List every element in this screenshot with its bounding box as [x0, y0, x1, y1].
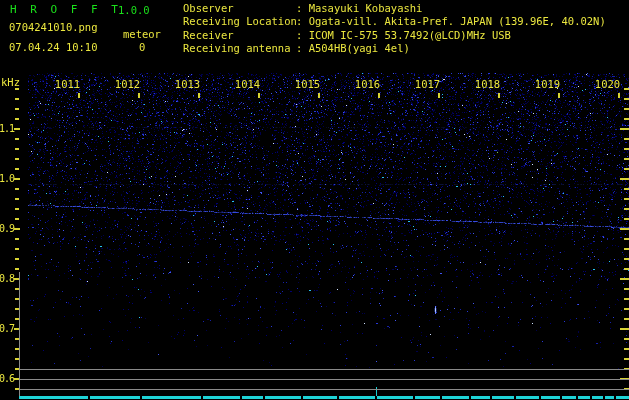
info-row-value: : Masayuki Kobayashi: [296, 2, 422, 14]
freq-minor-tick-right: [624, 88, 629, 90]
ref-line-upper: [20, 369, 629, 370]
freq-minor-tick-right: [624, 308, 629, 310]
activity-bar-segment: [516, 396, 539, 399]
activity-bar-segment: [19, 396, 88, 399]
freq-minor-tick-right: [624, 338, 629, 340]
freq-minor-tick-left: [15, 88, 19, 90]
freq-minor-tick-right: [624, 218, 629, 220]
freq-minor-tick-right: [624, 288, 629, 290]
ref-line-lower: [20, 389, 629, 390]
app-title: H R O F F T: [10, 3, 121, 16]
time-label: 1019: [533, 79, 563, 90]
freq-minor-tick-left: [15, 238, 19, 240]
freq-minor-tick-right: [624, 268, 629, 270]
freq-label: 1.1: [0, 124, 14, 134]
activity-bar-segment: [592, 396, 603, 399]
minute-tick: [378, 93, 380, 98]
hrofft-window: H R O F F T 1.0.0 0704241010.png meteor …: [0, 0, 629, 400]
minute-tick: [558, 93, 560, 98]
mode-label: meteor: [123, 28, 161, 40]
freq-minor-tick-left: [15, 148, 19, 150]
freq-major-tick-right: [620, 128, 629, 130]
freq-major-tick-right: [620, 328, 629, 330]
freq-minor-tick-right: [624, 208, 629, 210]
meteor-count: 0: [139, 41, 145, 53]
activity-bar-segment: [303, 396, 337, 399]
activity-bar-segment: [471, 396, 490, 399]
activity-bar-segment: [377, 396, 413, 399]
datetime-label: 07.04.24 10:10: [9, 41, 98, 53]
activity-bar-segment: [616, 396, 629, 399]
observer-info-block: Observer: Masayuki KobayashiReceiving Lo…: [183, 2, 629, 58]
freq-minor-tick-right: [624, 138, 629, 140]
freq-minor-tick-right: [624, 148, 629, 150]
activity-bar-segment: [442, 396, 469, 399]
freq-minor-tick-left: [15, 268, 19, 270]
freq-major-tick-right: [620, 278, 629, 280]
freq-minor-tick-left: [15, 188, 19, 190]
info-row-value: : A504HB(yagi 4el): [296, 42, 410, 54]
activity-bar-segment: [242, 396, 263, 399]
freq-minor-tick-right: [624, 318, 629, 320]
freq-minor-tick-left: [15, 108, 19, 110]
freq-label: 0.6: [0, 374, 14, 384]
freq-label: 0.9: [0, 224, 14, 234]
freq-major-tick-left: [14, 228, 20, 230]
info-row-label: Receiving antenna: [183, 42, 296, 54]
freq-minor-tick-right: [624, 98, 629, 100]
freq-minor-tick-left: [15, 258, 19, 260]
freq-major-tick-right: [620, 228, 629, 230]
info-row-value: : Ogata-vill. Akita-Pref. JAPAN (139.96E…: [296, 15, 606, 27]
info-row: Receiving antenna: A504HB(yagi 4el): [183, 42, 410, 54]
freq-major-tick-left: [14, 178, 20, 180]
info-row-label: Observer: [183, 2, 296, 14]
freq-minor-tick-right: [624, 238, 629, 240]
output-filename: 0704241010.png: [9, 21, 98, 33]
activity-bar-segment: [541, 396, 560, 399]
time-label: 1016: [353, 79, 383, 90]
time-label: 1012: [113, 79, 143, 90]
freq-major-tick-left: [14, 128, 20, 130]
ref-line-middle: [20, 379, 629, 380]
freq-minor-tick-right: [624, 198, 629, 200]
info-row: Receiver: ICOM IC-575 53.7492(@LCD)MHz U…: [183, 29, 511, 41]
freq-minor-tick-right: [624, 118, 629, 120]
minute-tick: [618, 93, 620, 98]
freq-minor-tick-left: [15, 248, 19, 250]
freq-minor-tick-left: [15, 138, 19, 140]
freq-label: 0.8: [0, 274, 14, 284]
freq-minor-tick-left: [15, 208, 19, 210]
freq-minor-tick-right: [624, 348, 629, 350]
activity-bar-segment: [605, 396, 614, 399]
activity-bar-segment: [492, 396, 514, 399]
freq-minor-tick-left: [15, 218, 19, 220]
info-row: Observer: Masayuki Kobayashi: [183, 2, 422, 14]
info-row: Receiving Location: Ogata-vill. Akita-Pr…: [183, 15, 606, 27]
freq-major-tick-right: [620, 178, 629, 180]
info-row-value: : ICOM IC-575 53.7492(@LCD)MHz USB: [296, 29, 511, 41]
activity-bar-segment: [142, 396, 201, 399]
freq-minor-tick-left: [15, 168, 19, 170]
freq-minor-tick-right: [624, 168, 629, 170]
info-row-label: Receiving Location: [183, 15, 296, 27]
freq-minor-tick-right: [624, 248, 629, 250]
time-label: 1020: [593, 79, 623, 90]
time-label: 1017: [413, 79, 443, 90]
activity-bar-segment: [562, 396, 576, 399]
freq-minor-tick-right: [624, 298, 629, 300]
freq-minor-tick-left: [15, 98, 19, 100]
minute-tick: [198, 93, 200, 98]
minute-tick: [78, 93, 80, 98]
activity-bar: [0, 396, 629, 399]
freq-minor-tick-right: [624, 188, 629, 190]
minute-tick: [318, 93, 320, 98]
activity-bar-segment: [203, 396, 240, 399]
freq-minor-tick-right: [624, 158, 629, 160]
time-label: 1011: [53, 79, 83, 90]
time-label: 1014: [233, 79, 263, 90]
time-label: 1018: [473, 79, 503, 90]
spectrogram-canvas: [0, 0, 629, 400]
activity-bar-segment: [339, 396, 375, 399]
activity-bar-segment: [265, 396, 301, 399]
info-row-label: Receiver: [183, 29, 296, 41]
